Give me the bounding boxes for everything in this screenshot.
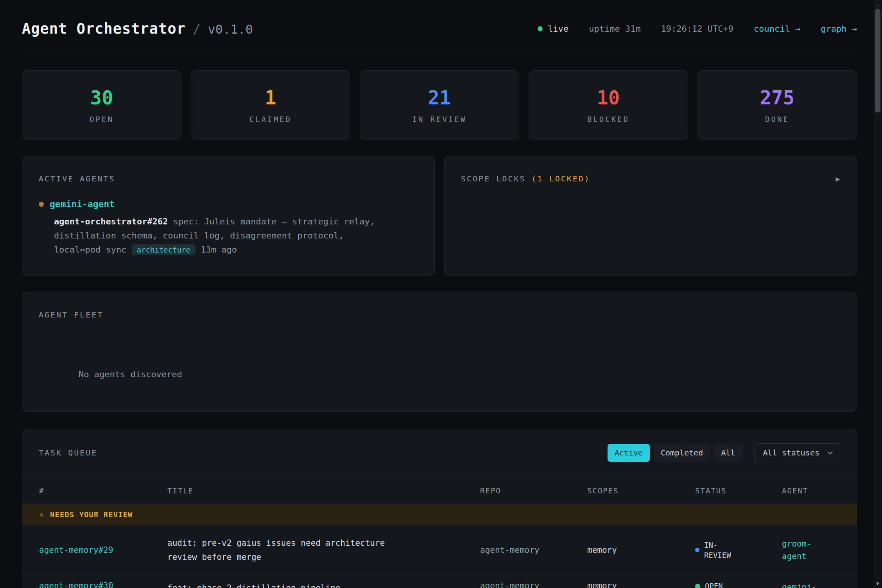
stat-card-done: 275 DONE	[697, 70, 857, 140]
stat-label-in-review: IN REVIEW	[412, 115, 467, 124]
task-queue-panel: TASK QUEUE Active Completed All All stat…	[22, 429, 857, 588]
agent-time-ago: 13m ago	[201, 245, 237, 255]
table-row: agent-memory#29 audit: pre-v2 gaius issu…	[22, 525, 857, 575]
task-title: audit: pre-v2 gaius issues need architec…	[167, 536, 402, 564]
status-filter-select[interactable]: All statuses	[754, 443, 841, 462]
agent-task-ref: agent-orchestrator#262	[54, 217, 168, 226]
task-status: OPEN	[705, 581, 723, 588]
panels-row: ACTIVE AGENTS gemini-agent agent-orchest…	[22, 156, 857, 276]
scope-locks-title: SCOPE LOCKS (1 LOCKED)	[461, 174, 590, 183]
task-agent-link[interactable]: gemini-agent	[782, 581, 826, 588]
agent-fleet-title: AGENT FLEET	[39, 310, 840, 319]
task-status-cell: OPEN	[695, 581, 782, 588]
uptime-label: uptime 31m	[589, 24, 640, 34]
page-title: Agent Orchestrator	[22, 20, 186, 37]
column-header-title: TITLE	[167, 486, 480, 495]
queue-filter-controls: Active Completed All All statuses	[608, 443, 840, 462]
stat-card-blocked: 10 BLOCKED	[529, 70, 688, 140]
chevron-down-icon	[827, 449, 833, 455]
column-header-scopes: SCOPES	[587, 486, 695, 495]
task-agent-link[interactable]: groom-agent	[782, 538, 826, 563]
live-status: live	[538, 24, 568, 34]
scrollbar-up-arrow[interactable]: ▲	[873, 2, 882, 7]
scope-locks-panel: SCOPE LOCKS (1 LOCKED) ▶	[444, 156, 857, 276]
agent-name-row: gemini-agent	[39, 199, 418, 209]
column-header-agent: AGENT	[782, 486, 840, 495]
filter-active-button[interactable]: Active	[608, 444, 650, 462]
agent-fleet-panel: AGENT FLEET No agents discovered	[22, 292, 857, 412]
stat-label-done: DONE	[765, 115, 789, 124]
task-title: feat: phase 2 distillation pipeline	[167, 581, 402, 588]
table-row: agent-memory#30 feat: phase 2 distillati…	[22, 575, 857, 588]
live-status-dot	[538, 26, 543, 31]
stat-label-blocked: BLOCKED	[587, 115, 629, 124]
title-group: Agent Orchestrator / v0.1.0	[22, 20, 253, 37]
stat-label-open: OPEN	[90, 115, 114, 124]
graph-link[interactable]: graph →	[821, 24, 857, 34]
scope-locks-label: SCOPE LOCKS	[461, 174, 525, 183]
status-dot	[695, 548, 699, 552]
task-id-cell: agent-memory#29	[39, 545, 167, 555]
stat-card-claimed: 1 CLAIMED	[191, 70, 350, 140]
scrollbar-thumb[interactable]	[875, 9, 880, 113]
active-agents-panel: ACTIVE AGENTS gemini-agent agent-orchest…	[22, 156, 435, 276]
column-header-status: STATUS	[695, 486, 782, 495]
stat-value-open: 30	[90, 87, 113, 109]
task-id-link[interactable]: agent-memory#30	[39, 581, 113, 588]
task-scopes: memory	[587, 545, 695, 555]
stat-value-in-review: 21	[428, 87, 451, 109]
header: Agent Orchestrator / v0.1.0 live uptime …	[22, 0, 857, 52]
main-content: Agent Orchestrator / v0.1.0 live uptime …	[0, 0, 882, 588]
title-separator: /	[193, 21, 201, 37]
app-root: Agent Orchestrator / v0.1.0 live uptime …	[0, 0, 882, 588]
column-header-repo: REPO	[480, 486, 587, 495]
scope-locks-header: SCOPE LOCKS (1 LOCKED) ▶	[461, 174, 840, 183]
filter-all-button[interactable]: All	[714, 444, 742, 462]
stat-value-done: 275	[760, 87, 795, 109]
task-queue-header: TASK QUEUE Active Completed All All stat…	[22, 429, 857, 462]
task-agent-cell: groom-agent	[782, 538, 840, 563]
stat-card-open: 30 OPEN	[22, 70, 181, 140]
filter-completed-button[interactable]: Completed	[654, 444, 710, 462]
clock-label: 19:26:12 UTC+9	[661, 24, 733, 34]
task-repo: agent-memory	[480, 581, 587, 588]
table-header: # TITLE REPO SCOPES STATUS AGENT	[22, 477, 857, 504]
stats-row: 30 OPEN 1 CLAIMED 21 IN REVIEW 10 BLOCKE…	[22, 70, 857, 140]
status-dot	[695, 584, 700, 588]
review-banner-label: NEEDS YOUR REVIEW	[50, 510, 133, 519]
task-status-cell: IN-REVIEW	[695, 540, 782, 560]
task-agent-cell: gemini-agent	[782, 581, 840, 588]
stat-value-claimed: 1	[265, 87, 276, 109]
task-status: IN-REVIEW	[704, 540, 740, 560]
active-agents-title: ACTIVE AGENTS	[39, 174, 418, 183]
app-version: v0.1.0	[208, 22, 253, 37]
live-label: live	[548, 24, 568, 34]
stat-card-in-review: 21 IN REVIEW	[360, 70, 519, 140]
agent-name-link[interactable]: gemini-agent	[50, 199, 115, 209]
task-repo: agent-memory	[480, 545, 587, 555]
scope-badge: architecture	[132, 244, 195, 255]
task-id-cell: agent-memory#30	[39, 581, 167, 588]
task-id-link[interactable]: agent-memory#29	[39, 545, 113, 555]
needs-review-banner: ⚠ NEEDS YOUR REVIEW	[22, 504, 857, 525]
status-filter-value: All statuses	[763, 448, 820, 457]
agent-detail: agent-orchestrator#262 spec: Juleis mand…	[54, 215, 386, 257]
header-status-group: live uptime 31m 19:26:12 UTC+9 council →…	[538, 24, 857, 34]
council-link[interactable]: council →	[754, 24, 800, 34]
task-scopes: memory	[587, 581, 695, 588]
warning-icon: ⚠	[39, 510, 44, 519]
expand-icon[interactable]: ▶	[836, 174, 840, 183]
page-scrollbar[interactable]: ▲ ▼	[873, 0, 882, 588]
fleet-empty-message: No agents discovered	[79, 369, 840, 379]
task-queue-title: TASK QUEUE	[39, 448, 97, 457]
scrollbar-down-arrow[interactable]: ▼	[873, 581, 882, 586]
agent-busy-dot	[39, 202, 44, 207]
scope-locks-count: (1 LOCKED)	[532, 174, 590, 183]
stat-label-claimed: CLAIMED	[249, 115, 292, 124]
column-header-id: #	[39, 486, 167, 495]
stat-value-blocked: 10	[597, 87, 620, 109]
active-agent-entry: gemini-agent agent-orchestrator#262 spec…	[39, 199, 418, 257]
